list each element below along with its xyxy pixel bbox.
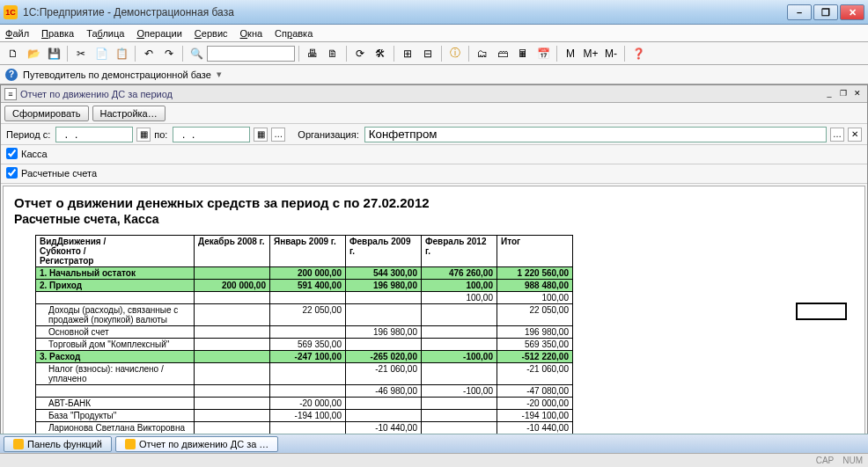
menu-windows[interactable]: Окна — [240, 28, 263, 39]
table-row[interactable]: -46 980,00-100,00-47 080,00 — [36, 385, 573, 398]
cell-value — [270, 385, 346, 398]
separator — [468, 46, 469, 62]
print-icon[interactable]: 🖶 — [303, 44, 322, 63]
cell-value: 22 050,00 — [270, 304, 346, 326]
accounts-label: Расчетные счета — [21, 168, 97, 179]
table-row[interactable]: Основной счет196 980,00196 980,00 — [36, 326, 573, 339]
org-input[interactable] — [364, 127, 827, 142]
memory-mminus[interactable]: M- — [601, 44, 621, 63]
zoom2-icon[interactable]: ⊟ — [418, 44, 438, 63]
menu-table[interactable]: Таблица — [86, 28, 124, 39]
zoom1-icon[interactable]: ⊞ — [398, 44, 417, 63]
menu-help[interactable]: Справка — [275, 28, 313, 39]
kassa-checkbox[interactable] — [6, 148, 18, 159]
col-header: Февраль 2009 г. — [346, 236, 422, 267]
chevron-down-icon[interactable]: ▾ — [217, 69, 222, 80]
window-title: 1С:Предприятие - Демонстрационная база — [23, 6, 785, 18]
calendar-from-icon[interactable]: ▦ — [136, 128, 151, 142]
accounts-checkbox[interactable] — [6, 167, 18, 179]
row-label — [36, 292, 195, 304]
cell-value: 196 980,00 — [346, 326, 422, 339]
report-title: Отчет о движении денежных средств за пер… — [14, 195, 854, 210]
org-ellipsis[interactable]: … — [830, 128, 844, 142]
memory-m[interactable]: M — [561, 44, 580, 63]
menu-operations[interactable]: Операции — [136, 28, 181, 39]
cell-value — [195, 304, 270, 326]
table-row[interactable]: Ларионова Светлана Викторовна-10 440,00-… — [36, 422, 573, 434]
paste-icon[interactable]: 📋 — [112, 44, 131, 63]
cell-value: 200 000,00 — [195, 280, 270, 292]
guide-text[interactable]: Путеводитель по демонстрационной базе — [23, 69, 211, 80]
form-button[interactable]: Сформировать — [4, 106, 89, 121]
doc-restore[interactable]: ❐ — [837, 88, 850, 100]
report-area[interactable]: Отчет о движении денежных средств за пер… — [3, 186, 865, 456]
tab-icon — [13, 439, 24, 449]
tool-icon[interactable]: 🛠 — [371, 44, 390, 63]
table-row[interactable]: Доходы (расходы), связанные с продажей (… — [36, 304, 573, 326]
col-header: Январь 2009 г. — [270, 236, 346, 267]
redo-icon[interactable]: ↷ — [159, 44, 179, 63]
help-icon[interactable]: ❓ — [629, 44, 648, 63]
doc-minimize[interactable]: _ — [823, 88, 835, 100]
taskbar: Панель функций Отчет по движению ДС за … — [0, 434, 868, 453]
org-clear[interactable]: ✕ — [848, 128, 862, 142]
calc-icon[interactable]: 🖩 — [513, 44, 533, 63]
guide-icon: ? — [5, 69, 18, 81]
calendar-icon[interactable]: 📅 — [533, 44, 553, 63]
new-icon[interactable]: 🗋 — [4, 44, 23, 63]
document-titlebar: ≡ Отчет по движению ДС за период _ ❐ ✕ — [1, 85, 867, 103]
task-tab-label: Отчет по движению ДС за … — [139, 439, 268, 449]
tree1-icon[interactable]: 🗂 — [473, 44, 492, 63]
cell-value: -10 440,00 — [497, 422, 573, 434]
cell-value — [195, 422, 270, 434]
tab-icon — [125, 439, 136, 449]
task-tab-panel[interactable]: Панель функций — [4, 436, 112, 452]
date-to-input[interactable] — [173, 127, 250, 142]
setup-button[interactable]: Настройка… — [92, 106, 166, 121]
cell-value — [270, 363, 346, 385]
table-row[interactable]: 3. Расход-247 100,00-265 020,00-100,00-5… — [36, 351, 573, 363]
cell-value — [270, 422, 346, 434]
save-icon[interactable]: 💾 — [44, 44, 63, 63]
check-accounts[interactable]: Расчетные счета — [6, 167, 97, 179]
cell-value: 988 480,00 — [497, 280, 573, 292]
find-icon[interactable]: 🔍 — [187, 44, 206, 63]
cell-value: 196 980,00 — [497, 326, 573, 339]
table-row[interactable]: Торговый дом "Комплексный"569 350,00569 … — [36, 339, 573, 351]
cell-value — [422, 410, 497, 422]
calendar-to-icon[interactable]: ▦ — [254, 128, 268, 142]
open-icon[interactable]: 📂 — [24, 44, 43, 63]
table-row[interactable]: 1. Начальный остаток200 000,00544 300,00… — [36, 267, 573, 280]
preview-icon[interactable]: 🗎 — [323, 44, 342, 63]
close-button[interactable]: ✕ — [840, 4, 864, 20]
menu-file[interactable]: ФФайлайл — [5, 28, 29, 39]
find-input[interactable] — [207, 46, 295, 62]
cell-value — [270, 292, 346, 304]
minimize-button[interactable]: – — [787, 4, 812, 20]
cut-icon[interactable]: ✂ — [71, 44, 91, 63]
col-header-name: ВидДвижения / Субконто / Регистратор — [36, 236, 195, 267]
copy-icon[interactable]: 📄 — [92, 44, 111, 63]
memory-mplus[interactable]: M+ — [581, 44, 600, 63]
date-from-input[interactable] — [55, 127, 133, 142]
table-row[interactable]: АВТ-БАНК-20 000,00-20 000,00 — [36, 398, 573, 410]
undo-icon[interactable]: ↶ — [139, 44, 158, 63]
cell-value: 591 400,00 — [270, 280, 346, 292]
maximize-button[interactable]: ❐ — [813, 4, 838, 20]
info-icon[interactable]: ⓘ — [445, 44, 465, 63]
cell-value: -21 060,00 — [497, 363, 573, 385]
refresh-icon[interactable]: ⟳ — [350, 44, 370, 63]
doc-close[interactable]: ✕ — [851, 88, 864, 100]
task-tab-report[interactable]: Отчет по движению ДС за … — [115, 436, 278, 452]
table-row[interactable]: Налог (взносы): начислено / уплачено-21 … — [36, 363, 573, 385]
table-row[interactable]: База "Продукты"-194 100,00-194 100,00 — [36, 410, 573, 422]
tree2-icon[interactable]: 🗃 — [493, 44, 512, 63]
period-ellipsis[interactable]: … — [271, 128, 285, 142]
menu-edit[interactable]: Правка — [41, 28, 74, 39]
menu-service[interactable]: Сервис — [195, 28, 228, 39]
table-row[interactable]: 100,00100,00 — [36, 292, 573, 304]
check-kassa[interactable]: Касса — [6, 148, 48, 159]
row-label: Налог (взносы): начислено / уплачено — [36, 363, 195, 385]
cell-value: -265 020,00 — [346, 351, 422, 363]
table-row[interactable]: 2. Приход200 000,00591 400,00196 980,001… — [36, 280, 573, 292]
